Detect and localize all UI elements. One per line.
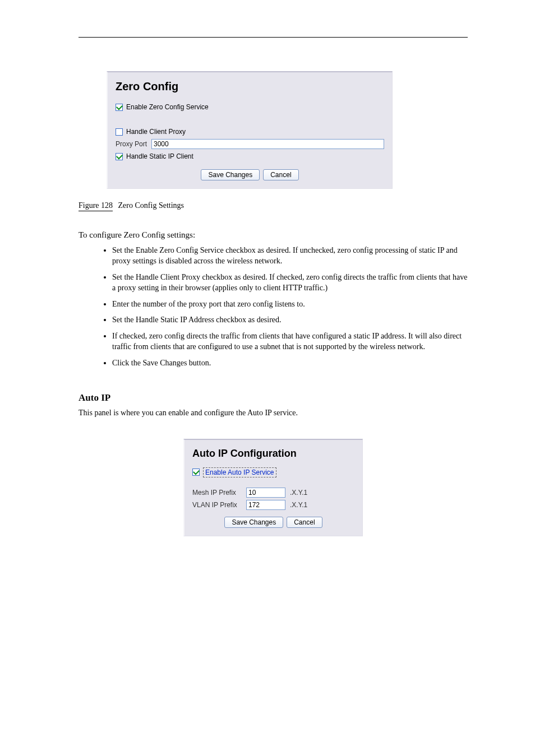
list-item: Set the Enable Zero Config Service check… xyxy=(112,245,468,267)
checkbox-unchecked-icon[interactable] xyxy=(116,128,123,136)
vlan-ip-prefix-input[interactable] xyxy=(246,500,285,510)
figure-caption: Figure 128 Zero Config Settings xyxy=(79,201,468,211)
mesh-ip-suffix: .X.Y.1 xyxy=(290,489,307,497)
handle-static-ip-label: Handle Static IP Client xyxy=(126,152,193,160)
list-item: Click the Save Changes button. xyxy=(112,358,468,369)
checkbox-checked-icon[interactable] xyxy=(116,104,123,111)
checkbox-checked-icon[interactable] xyxy=(192,469,200,476)
enable-auto-ip-label: Enable Auto IP Service xyxy=(203,467,276,477)
top-horizontal-rule xyxy=(79,37,468,38)
handle-client-proxy-label: Handle Client Proxy xyxy=(126,128,186,136)
save-changes-button[interactable]: Save Changes xyxy=(201,169,260,180)
proxy-port-input[interactable] xyxy=(151,139,384,149)
cancel-button[interactable]: Cancel xyxy=(287,517,322,528)
vlan-ip-prefix-label: VLAN IP Prefix xyxy=(192,501,242,509)
auto-ip-dialog: Auto IP Configuration Enable Auto IP Ser… xyxy=(183,439,363,536)
handle-static-ip-row[interactable]: Handle Static IP Client xyxy=(116,152,384,160)
proxy-port-label: Proxy Port xyxy=(116,140,147,148)
save-changes-button[interactable]: Save Changes xyxy=(224,517,283,528)
enable-zero-config-label: Enable Zero Config Service xyxy=(126,103,209,111)
figure-label: Figure 128 xyxy=(79,201,113,211)
figure-caption-text: Zero Config Settings xyxy=(118,201,184,210)
config-steps-heading: To configure Zero Config settings: xyxy=(79,230,468,240)
zero-config-dialog: Zero Config Enable Zero Config Service H… xyxy=(107,71,393,189)
vlan-ip-suffix: .X.Y.1 xyxy=(290,501,307,509)
enable-zero-config-row[interactable]: Enable Zero Config Service xyxy=(116,103,384,111)
enable-auto-ip-row[interactable]: Enable Auto IP Service xyxy=(192,467,354,477)
checkbox-checked-icon[interactable] xyxy=(116,153,123,160)
list-item: If checked, zero config directs the traf… xyxy=(112,331,468,353)
auto-ip-title: Auto IP Configuration xyxy=(192,448,354,460)
mesh-ip-prefix-label: Mesh IP Prefix xyxy=(192,489,242,497)
auto-ip-section-para: This panel is where you can enable and c… xyxy=(79,408,468,419)
handle-client-proxy-row[interactable]: Handle Client Proxy xyxy=(116,128,384,136)
list-item: Set the Handle Client Proxy checkbox as … xyxy=(112,272,468,294)
auto-ip-section-title: Auto IP xyxy=(79,392,468,403)
list-item: Enter the number of the proxy port that … xyxy=(112,299,468,310)
cancel-button[interactable]: Cancel xyxy=(263,169,298,180)
list-item: Set the Handle Static IP Address checkbo… xyxy=(112,315,468,326)
mesh-ip-prefix-input[interactable] xyxy=(246,488,285,498)
zero-config-title: Zero Config xyxy=(116,80,384,93)
config-steps-list: Set the Enable Zero Config Service check… xyxy=(112,245,468,369)
